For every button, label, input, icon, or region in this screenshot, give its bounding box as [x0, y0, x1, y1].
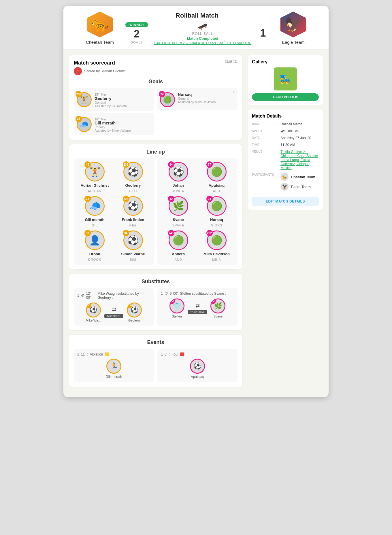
sub-in-player-1: 🌿 42 Svane	[210, 298, 225, 318]
sport-icon: 🛹	[197, 22, 208, 31]
detail-sport-row: SPORT : 🛹 Roll Ball	[252, 129, 319, 133]
eagle-hex-shape: 🦅	[280, 12, 306, 37]
right-lineup: ⚽ 34 Johan JO9HA 🟢 67	[157, 158, 238, 265]
goal-type-3: General	[178, 97, 216, 100]
player-num-r5: 232	[206, 230, 213, 236]
event-team-0: 1	[77, 352, 79, 356]
sub-in-badge-1: 42	[210, 298, 216, 304]
player-num-3: 222	[123, 196, 129, 202]
event-player-name-1: Aputsiaq	[191, 375, 204, 379]
add-photos-button[interactable]: + ADD PHOTOS	[252, 93, 319, 101]
event-minute-0: 11'	[81, 352, 86, 356]
sub-in-avatar-1: 🌿 42	[210, 298, 225, 313]
player-card-3: ⚽ 222 Frank linden REE	[116, 196, 150, 227]
substitutes-section: Substitutes 1 ⏱ 12' 00" Mike Waugh subst…	[69, 274, 242, 330]
sub-in-player-0: ⚽ 236 Geoferry	[127, 303, 142, 322]
cheetah-team-block: 🐆 Cheetah Team	[86, 12, 114, 45]
goals-section-title: Goals	[74, 79, 238, 85]
sub-out-badge-1: 343	[169, 298, 175, 304]
player-code-5: SIM	[130, 258, 136, 261]
player-name-0: Adrian Gilchrist	[81, 183, 109, 188]
player-num-5: 34	[123, 230, 129, 236]
player-num-0: 45	[84, 161, 91, 168]
detail-venue-label: VENUE	[252, 150, 275, 170]
sub-desc-0: Mike Waugh substituted by Geoferry :	[97, 292, 150, 300]
events-title: Events	[74, 339, 238, 345]
sub-team-0: 1	[77, 294, 79, 298]
player-card-r5: 🟢 232 Mika Davidson MIKA	[199, 230, 234, 261]
sub-arrows-0: ⇄	[112, 307, 116, 313]
subs-grid: 1 ⏱ 12' 00" Mike Waugh substituted by Ge…	[74, 288, 238, 326]
player-card-0: 🏋 45 Adrian Gilchrist ADRIAN	[77, 162, 112, 193]
player-code-r1: APU	[213, 189, 220, 193]
goal-badge-3: 24	[159, 91, 165, 97]
right-goals: 1 🟢 24 Norsaq General Assisted by Mika D…	[157, 88, 238, 135]
sub-out-name-0: Mike Wa...	[86, 319, 101, 322]
sport-detail-text: Roll Ball	[287, 129, 299, 133]
event-avatar-1: ⚽	[190, 359, 205, 374]
event-team-1: 1	[161, 352, 163, 356]
player-name-r3: Norsaq	[210, 218, 223, 222]
player-code-r3: NIORS	[211, 224, 223, 227]
sub-out-avatar-1: 👕 343	[169, 298, 184, 313]
tactical-badge-1: TACTICAL	[188, 310, 207, 314]
eagle-hex: 🦅	[280, 12, 306, 37]
event-minute-1: 6'	[165, 352, 167, 356]
goal-assist-1: Assisted by Gill mcrath	[95, 104, 127, 108]
sub-time-0: 12' 00"	[86, 292, 96, 300]
goal-minute-1: 15th Min	[95, 92, 127, 96]
event-card-1: 🟥	[180, 352, 184, 356]
player-code-r4: AND	[174, 258, 182, 261]
player-code-3: REE	[129, 224, 137, 227]
gallery-section: Gallery 🛼 + ADD PHOTOS	[248, 55, 323, 105]
sport-detail-icon: 🛹	[280, 129, 285, 133]
sub-clock-icon-1: ⏱	[165, 292, 168, 296]
participant-cheetah: 🐆 Cheetah Team	[280, 173, 315, 181]
detail-sport-value: 🛹 Roll Ball	[280, 129, 319, 133]
player-num-4: 39	[84, 230, 91, 236]
player-card-r1: 🟢 67 Aputsiaq APU	[199, 162, 234, 193]
player-num-r0: 34	[168, 161, 174, 168]
player-name-r0: Johan	[173, 183, 184, 188]
event-avatar-0: 🏃	[106, 359, 121, 374]
sub-out-badge-0: 12	[86, 303, 91, 308]
detail-venue-value[interactable]: Tuxtla Gutierrez – Chiapa de CorzoSatéli…	[280, 150, 319, 170]
goals-label: GOALS	[131, 41, 143, 44]
detail-time-label: TIME	[252, 143, 275, 147]
player-code-r0: JO9HA	[172, 189, 184, 193]
eagle-team-block: 🦅 Eagle Team	[280, 12, 306, 45]
right-panel: Gallery 🛼 + ADD PHOTOS Match Details NAM…	[248, 55, 323, 392]
score-block: Rollball Match WINNER 2 GOALS 🛹 ROLL BAL…	[125, 12, 269, 45]
edit-match-details-button[interactable]: EDIT MATCH DETAILS	[252, 197, 319, 206]
detail-participants-row: PARTICIPANTS : 🐆 Cheetah Team 🦅 Eagle Te…	[252, 173, 319, 191]
player-code-r2: SVANE	[172, 224, 184, 227]
player-card-2: 🧢 23 Gill mcrath GIL	[77, 196, 112, 227]
player-num-r1: 67	[206, 161, 213, 168]
match-title: Rollball Match	[176, 12, 218, 19]
sub-item-0: 1 ⏱ 12' 00" Mike Waugh substituted by Ge…	[74, 288, 154, 326]
scored-by-label: Scored by	[84, 69, 100, 73]
goal-badge-1: 238	[76, 91, 82, 97]
scorecard-title: Match scorecard	[74, 60, 125, 66]
sub-time-1: 9' 00"	[170, 292, 178, 296]
cheetah-score: 2	[131, 28, 142, 40]
goal-item-2: 2 🧢 23 16th Min Gill mcrath Penalty Assi…	[74, 113, 154, 135]
player-code-0: ADRIAN	[88, 189, 102, 193]
embed-button[interactable]: EMBED	[225, 60, 238, 63]
detail-name-value: Rollball Match	[280, 122, 319, 126]
participants-list: 🐆 Cheetah Team 🦅 Eagle Team	[280, 173, 315, 191]
player-num-r4: 245	[168, 230, 174, 236]
sub-desc-1: Steffen substituted by Svane :	[180, 292, 226, 296]
sub-in-name-0: Geoferry	[128, 319, 141, 322]
match-status: Match Completed	[187, 36, 218, 41]
player-name-2: Gill mcrath	[85, 218, 105, 222]
cheetah-icon: 🐆	[91, 16, 108, 33]
venue-link[interactable]: TUXTLA GUTIERREZ – CHIAPA DE CORZOSATÉLI…	[154, 41, 252, 45]
participant-eagle: 🦅 Eagle Team	[280, 183, 315, 191]
sub-out-player-0: ⚽ 12 Mike Wa...	[86, 303, 101, 322]
scorer-name: Adrian Gilchrist	[102, 69, 125, 73]
gallery-thumbnail: 🛼	[274, 67, 297, 90]
match-details-section: Match Details NAME : Rollball Match SPOR…	[248, 109, 323, 210]
player-name-5: Simon Warne	[121, 252, 145, 256]
gallery-title: Gallery	[252, 59, 319, 65]
